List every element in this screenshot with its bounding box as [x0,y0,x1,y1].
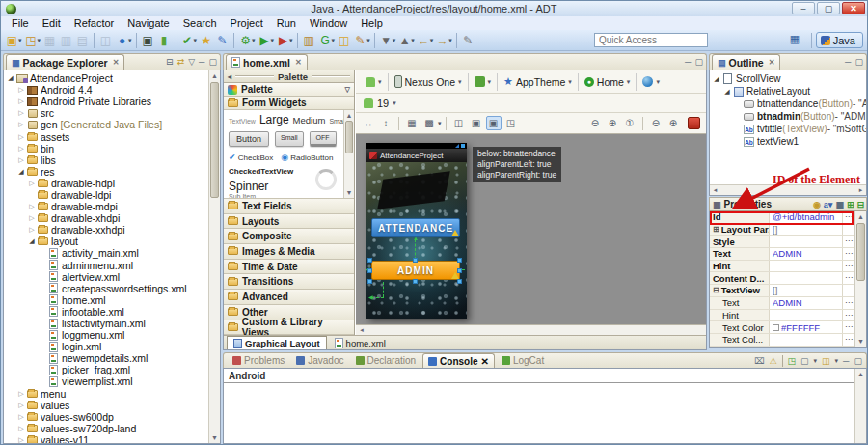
dropdown-caret-icon[interactable]: ▾ [252,37,256,44]
tab-logcat[interactable]: LogCat [497,353,549,368]
minimize-button[interactable]: – [792,2,815,14]
minimize-panel-icon[interactable]: ─ [845,56,851,68]
quick-access-input[interactable] [594,33,708,47]
dropdown-caret-icon[interactable]: ▾ [448,37,452,44]
tree-collapsed-icon[interactable]: ▷ [16,425,26,432]
property-value[interactable]: ADMIN [770,248,842,259]
palette-textview-medium[interactable]: Medium [293,115,326,125]
zoom-out-icon[interactable]: ⊖ [648,116,664,130]
tree-item[interactable]: ▷values [6,400,208,411]
tab-package-explorer[interactable]: ▦ Package Explorer ✕ [6,54,124,70]
menu-refactor[interactable]: Refactor [68,17,122,29]
zoom-out-fit-icon[interactable]: ⊖ [587,116,603,130]
tree-item[interactable]: ▷libs [6,154,208,166]
device-selector[interactable]: Nexus One▾ [389,73,469,91]
outline-item[interactable]: ◢RelativeLayout [712,85,866,97]
property-row[interactable]: Hint⋯ [710,310,854,322]
tree-collapsed-icon[interactable]: ▷ [27,214,37,222]
property-row[interactable]: TextADMIN⋯ [710,297,854,310]
zoom-fit-icon[interactable]: ⊕ [605,116,620,130]
property-more-button[interactable]: ⋯ [842,272,854,284]
tree-item[interactable]: ▷drawable-hdpi [6,178,208,189]
property-more-button[interactable]: ⋯ [842,297,854,309]
dropdown-caret-icon[interactable]: ▾ [18,37,22,44]
tree-item[interactable]: ▷drawable-xxhdpi [6,224,208,236]
dropdown-caret-icon[interactable]: ▾ [194,37,198,44]
tree-collapsed-icon[interactable]: ▷ [16,97,26,105]
tree-item[interactable]: ▷menu [6,388,208,400]
dropdown-caret-icon[interactable]: ▾ [411,37,415,44]
expand-all-icon[interactable]: ⊞ [847,199,854,210]
selection-handle[interactable] [457,279,462,284]
tree-item[interactable]: newempdetails.xml [6,352,208,364]
property-row[interactable]: TextADMIN⋯ [710,248,854,261]
tree-item[interactable]: ▷bin [6,143,208,154]
render-error-icon[interactable] [688,117,700,129]
tree-item[interactable]: ◢AttendanceProject [6,72,208,84]
tree-collapsed-icon[interactable]: ▷ [16,109,26,117]
property-row[interactable]: Id@+id/btnadmin⋯ [710,211,854,224]
outline-item[interactable]: ◢ScrollView [712,72,866,85]
category-images-media[interactable]: Images & Media [224,244,354,260]
tree-expanded-icon[interactable]: ◢ [722,88,732,96]
tree-item[interactable]: ▷values-sw720dp-land [6,423,208,434]
close-icon[interactable]: ✕ [113,58,120,67]
tree-item[interactable]: activity_main.xml [6,247,208,259]
maximize-panel-icon[interactable]: ▢ [694,56,703,68]
property-value[interactable]: @+id/btnadmin [770,211,842,222]
tree-collapsed-icon[interactable]: ▷ [16,121,26,128]
palette-dropdown[interactable]: Palette ▽ [224,83,354,97]
tree-item[interactable]: ◢layout [6,236,208,247]
property-more-button[interactable]: ⋯ [842,310,854,321]
dropdown-caret-icon[interactable]: ▾ [332,37,336,44]
tree-expanded-icon[interactable]: ◢ [6,74,15,82]
dropdown-caret-icon[interactable]: ▾ [393,37,396,44]
property-value[interactable]: [] [770,224,842,235]
tree-collapsed-icon[interactable]: ▷ [27,226,37,234]
property-value[interactable]: [] [770,285,842,295]
close-button[interactable]: ✕ [842,2,865,14]
palette-checkbox[interactable]: ✔ CheckBox [229,153,273,162]
theme-selector[interactable]: ★ AppTheme▾ [498,73,579,91]
dropdown-caret-icon[interactable]: ▾ [271,37,275,44]
minimize-panel-icon[interactable]: ─ [685,56,691,68]
config-selector[interactable]: ▾ [360,73,389,91]
outline-item[interactable]: Abtvtittle (TextView) - "mSoftGF [712,123,866,135]
refresh-canvas-icon[interactable]: ◳ [503,116,519,130]
menu-navigate[interactable]: Navigate [121,17,176,29]
property-row[interactable]: Style⋯ [710,236,854,248]
tree-item[interactable]: ▷assets [6,130,208,142]
property-more-button[interactable]: ⋯ [842,321,854,333]
selection-handle[interactable] [367,279,372,284]
category-transitions[interactable]: Transitions [224,274,354,290]
property-more-button[interactable]: ⋯ [842,248,854,260]
tree-collapsed-icon[interactable]: ▷ [16,133,26,141]
palette-textview[interactable]: TextView [229,118,256,125]
tree-expanded-icon[interactable]: ◢ [712,75,721,83]
maximize-panel-icon[interactable]: ▢ [854,355,862,367]
tab-outline[interactable]: ▤ Outline ✕ [712,54,780,70]
property-more-button[interactable]: ⋯ [842,334,854,346]
palette-toggle-button[interactable]: OFF [310,131,337,147]
zoom-in-icon[interactable]: ⊕ [665,116,681,130]
tree-item[interactable]: home.xml [6,294,208,306]
tab-declaration[interactable]: Declaration [351,353,421,368]
remove-launch-icon[interactable]: ⌧ [754,355,764,367]
tree-item[interactable]: ▷drawable-xhdpi [6,212,208,224]
tree-item[interactable]: listactivitymain.xml [6,318,208,329]
category-text-fields[interactable]: Text Fields [224,199,354,214]
lint-pen-icon[interactable]: ✎ [214,32,231,48]
avd-manager-icon[interactable]: ▮ [156,32,173,48]
console-warning-icon[interactable]: ⚠ [769,355,776,367]
maximize-panel-icon[interactable]: ▢ [208,56,217,68]
tab-home-xml-source[interactable]: home.xml [329,336,392,349]
tree-item[interactable]: ▷src [6,107,208,119]
property-row[interactable]: Hint⋯ [710,261,854,273]
admin-button[interactable]: ADMIN [371,261,460,280]
property-row[interactable]: ⊞Layout Par...[] [710,224,854,236]
tree-collapsed-icon[interactable]: ▷ [16,156,26,164]
fill-width-icon[interactable]: ↔ [361,116,376,130]
canvas-h-scrollbar[interactable]: ◂ [356,324,706,335]
tab-problems[interactable]: Problems [228,353,289,368]
selection-handle[interactable] [413,279,418,284]
